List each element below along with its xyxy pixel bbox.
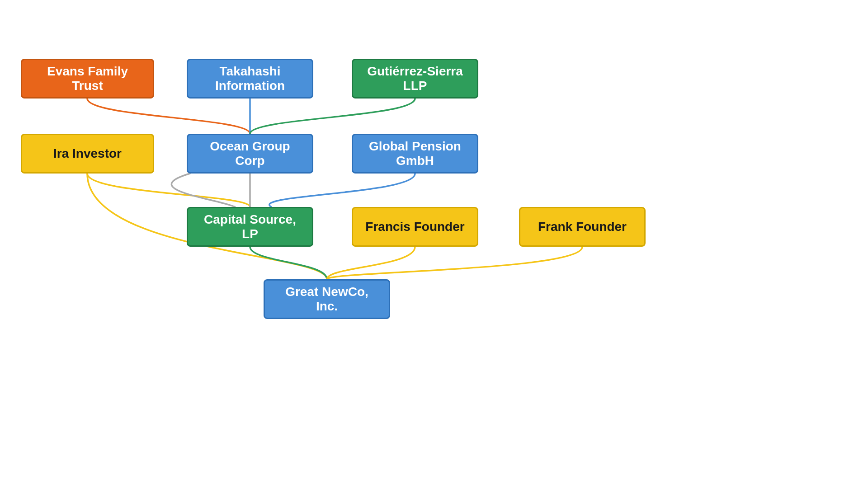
ira-investor-label: Ira Investor: [53, 146, 122, 161]
evans-family-trust-node[interactable]: Evans Family Trust: [21, 59, 154, 99]
takahashi-information-node[interactable]: Takahashi Information: [187, 59, 313, 99]
frank-founder-label: Frank Founder: [538, 220, 627, 234]
francis-founder-node[interactable]: Francis Founder: [352, 207, 478, 247]
gutierrez-sierra-llp-node[interactable]: Gutiérrez-Sierra LLP: [352, 59, 478, 99]
frank-founder-node[interactable]: Frank Founder: [519, 207, 646, 247]
ocean-group-corp-node[interactable]: Ocean Group Corp: [187, 134, 313, 174]
global-pension-gmbh-label: Global Pension GmbH: [362, 139, 468, 168]
great-newco-inc-label: Great NewCo, Inc.: [274, 285, 380, 314]
capital-source-lp-label: Capital Source, LP: [197, 212, 303, 241]
ocean-group-corp-label: Ocean Group Corp: [197, 139, 303, 168]
diagram-container: Evans Family Trust Takahashi Information…: [0, 0, 868, 488]
takahashi-information-label: Takahashi Information: [197, 64, 303, 93]
evans-family-trust-label: Evans Family Trust: [31, 64, 144, 93]
global-pension-gmbh-node[interactable]: Global Pension GmbH: [352, 134, 478, 174]
capital-source-lp-node[interactable]: Capital Source, LP: [187, 207, 313, 247]
ira-investor-node[interactable]: Ira Investor: [21, 134, 154, 174]
gutierrez-sierra-llp-label: Gutiérrez-Sierra LLP: [362, 64, 468, 93]
great-newco-inc-node[interactable]: Great NewCo, Inc.: [264, 279, 390, 319]
francis-founder-label: Francis Founder: [365, 220, 464, 234]
